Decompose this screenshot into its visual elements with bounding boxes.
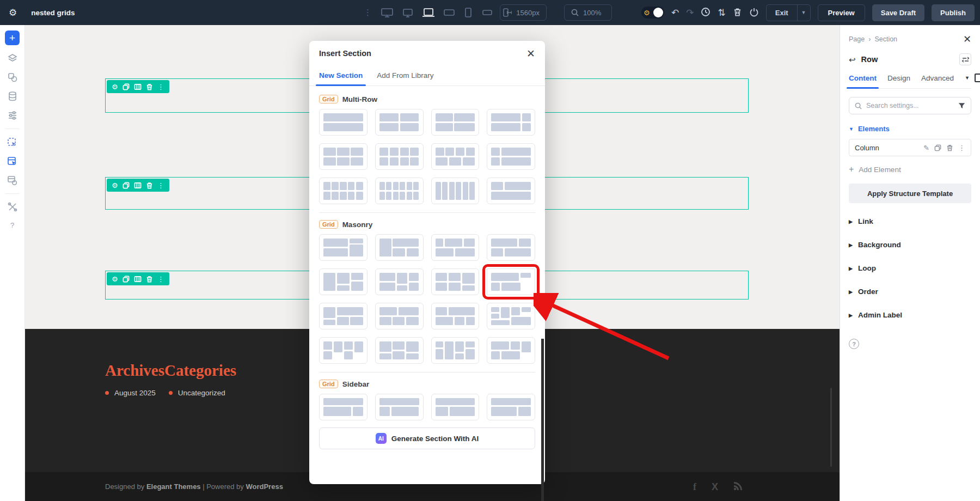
add-element-button[interactable]: + Add Element [849,164,971,174]
redo-icon[interactable]: ↷ [686,8,694,17]
shapes-icon[interactable] [7,71,19,83]
layout-thumbnail[interactable] [487,303,535,329]
preview-button[interactable]: Preview [818,4,865,21]
gear-icon[interactable]: ⚙ [112,182,118,189]
settings-list-icon[interactable] [7,109,19,121]
tab-add-from-library[interactable]: Add From Library [377,66,433,85]
duplicate-icon[interactable] [122,182,130,189]
panel-dock-icon[interactable] [959,53,971,65]
history-clock-icon[interactable] [701,7,710,19]
accordion-loop[interactable]: ▶Loop [849,256,971,280]
save-draft-button[interactable]: Save Draft [872,4,924,21]
pencil-icon[interactable]: ✎ [923,144,929,151]
layout-thumbnail[interactable] [319,268,367,295]
layout-thumbnail[interactable] [319,143,367,170]
layout-thumbnail[interactable] [431,394,480,420]
layout-thumbnail[interactable] [375,234,424,261]
layout-thumbnail[interactable] [431,143,480,170]
layout-thumbnail[interactable] [431,234,480,261]
layout-thumbnail[interactable] [319,394,367,420]
accordion-link[interactable]: ▶Link [849,210,971,233]
wordpress-link[interactable]: WordPress [246,482,283,491]
zoom-level-field[interactable]: 100% [564,4,612,21]
tabs-dropdown-caret[interactable]: ▼ [965,75,970,81]
tab-new-section[interactable]: New Section [319,66,363,85]
footer-link[interactable]: Uncategorized [169,389,225,397]
trash-icon[interactable] [733,7,742,19]
add-module-button[interactable]: + [5,30,20,45]
columns-icon[interactable] [134,182,142,189]
layout-thumbnail[interactable] [375,394,424,420]
modal-close-icon[interactable]: ✕ [526,48,535,59]
trash-icon[interactable] [146,182,153,189]
back-arrow-icon[interactable]: ↩ [849,56,856,64]
panel-close-icon[interactable]: ✕ [963,34,971,44]
help-icon[interactable]: ? [8,220,17,230]
layout-thumbnail[interactable] [375,109,424,136]
database-icon[interactable] [7,90,19,102]
dots-icon[interactable]: ⋮ [958,144,965,151]
layout-thumbnail[interactable] [431,303,480,329]
trash-icon[interactable] [146,276,153,283]
layout-thumbnail[interactable] [431,268,480,295]
layout-thumbnail[interactable] [487,337,535,364]
apply-structure-template-button[interactable]: Apply Structure Template [849,184,971,203]
layout-thumbnail[interactable] [487,394,535,420]
insert-section-tool-icon[interactable] [7,136,19,148]
layout-thumbnail[interactable] [431,178,480,204]
x-twitter-icon[interactable]: X [712,482,718,492]
insert-row-tool-icon[interactable] [7,155,19,167]
columns-icon[interactable] [134,83,142,90]
layout-thumbnail[interactable] [487,178,535,204]
layout-thumbnail[interactable] [431,337,480,364]
layout-thumbnail[interactable] [375,143,424,170]
dots-icon[interactable]: ⋮ [157,182,164,189]
more-options-dots-icon[interactable]: ⋮ [364,8,372,17]
exit-dropdown-caret[interactable]: ▼ [797,5,810,21]
layout-thumbnail[interactable] [487,109,535,136]
modal-scrollbar[interactable] [541,339,544,501]
layout-thumbnail[interactable] [375,268,424,295]
footer-widgets-heading[interactable]: ArchivesCategories [105,362,236,380]
layout-thumbnail[interactable] [431,109,480,136]
element-row-column[interactable]: Column ✎⋮ [849,139,971,156]
laptop-view-icon[interactable] [422,7,435,18]
tools-icon[interactable] [7,201,19,213]
layout-thumbnail[interactable] [319,303,367,329]
filter-funnel-icon[interactable] [958,102,965,109]
accordion-admin-label[interactable]: ▶Admin Label [849,303,971,327]
layout-thumbnail[interactable] [319,109,367,136]
footer-link[interactable]: August 2025 [105,389,156,397]
tab-content[interactable]: Content [849,74,877,88]
gear-icon[interactable]: ⚙ [112,83,118,90]
tab-design[interactable]: Design [887,74,910,88]
layout-thumbnail[interactable] [375,337,424,364]
layout-thumbnail[interactable] [375,303,424,329]
dots-icon[interactable]: ⋮ [157,83,164,90]
publish-button[interactable]: Publish [932,4,975,21]
facebook-icon[interactable]: f [693,482,696,492]
phone-landscape-view-icon[interactable] [481,7,493,18]
generate-with-ai-button[interactable]: AI Generate Section With AI [319,427,535,449]
breadcrumb-section[interactable]: Section [874,35,897,43]
undo-icon[interactable]: ↶ [671,8,679,17]
panel-help-icon[interactable]: ? [849,339,859,349]
layout-thumbnail[interactable] [319,337,367,364]
accordion-background[interactable]: ▶Background [849,233,971,256]
duplicate-icon[interactable] [122,276,130,283]
preview-square-icon[interactable] [975,74,980,82]
dots-icon[interactable]: ⋮ [157,276,164,283]
columns-icon[interactable] [134,276,142,283]
tablet-landscape-view-icon[interactable] [443,7,455,18]
desktop-large-view-icon[interactable] [381,7,394,18]
breadcrumb-page[interactable]: Page [849,35,865,43]
trash-icon[interactable] [146,83,153,90]
trash-icon[interactable] [946,144,953,151]
elegant-themes-link[interactable]: Elegant Themes [146,482,201,491]
layout-thumbnail[interactable] [319,178,367,204]
elements-accordion-header[interactable]: ▼ Elements [849,125,971,133]
sort-arrows-icon[interactable]: ⇅ [718,8,725,17]
canvas-scrollbar[interactable] [830,388,832,467]
layout-thumbnail[interactable] [487,268,535,295]
tablet-view-icon[interactable] [463,7,473,18]
